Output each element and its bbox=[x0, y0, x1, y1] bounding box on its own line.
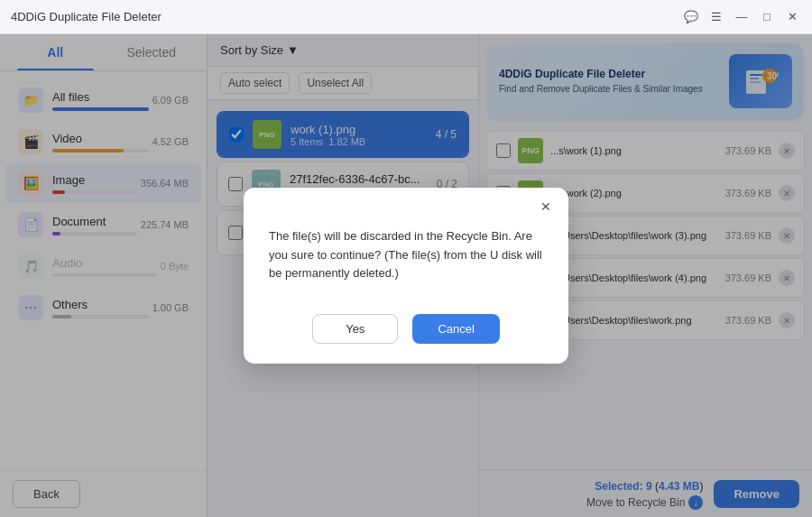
minimize-button[interactable]: — bbox=[733, 8, 751, 26]
modal-actions: Yes Cancel bbox=[244, 301, 568, 364]
app-title: 4DDiG Duplicate File Deleter bbox=[11, 10, 682, 23]
modal-yes-button[interactable]: Yes bbox=[312, 314, 398, 344]
modal-header: ✕ bbox=[244, 188, 568, 220]
modal-dialog: ✕ The file(s) will be discarded in the R… bbox=[244, 188, 568, 364]
main-layout: All Selected 📁 All files 6.09 GB 🎬 Video bbox=[0, 34, 812, 517]
modal-overlay: ✕ The file(s) will be discarded in the R… bbox=[0, 34, 812, 517]
menu-button[interactable]: ☰ bbox=[707, 8, 725, 26]
close-button[interactable]: ✕ bbox=[783, 8, 801, 26]
modal-message: The file(s) will be discarded in the Rec… bbox=[269, 227, 543, 283]
modal-close-button[interactable]: ✕ bbox=[536, 197, 556, 217]
chat-button[interactable]: 💬 bbox=[682, 8, 700, 26]
titlebar: 4DDiG Duplicate File Deleter 💬 ☰ — □ ✕ bbox=[0, 0, 812, 34]
modal-body: The file(s) will be discarded in the Rec… bbox=[244, 220, 568, 301]
maximize-button[interactable]: □ bbox=[758, 8, 776, 26]
window-controls: 💬 ☰ — □ ✕ bbox=[682, 8, 801, 26]
modal-cancel-button[interactable]: Cancel bbox=[412, 314, 499, 344]
